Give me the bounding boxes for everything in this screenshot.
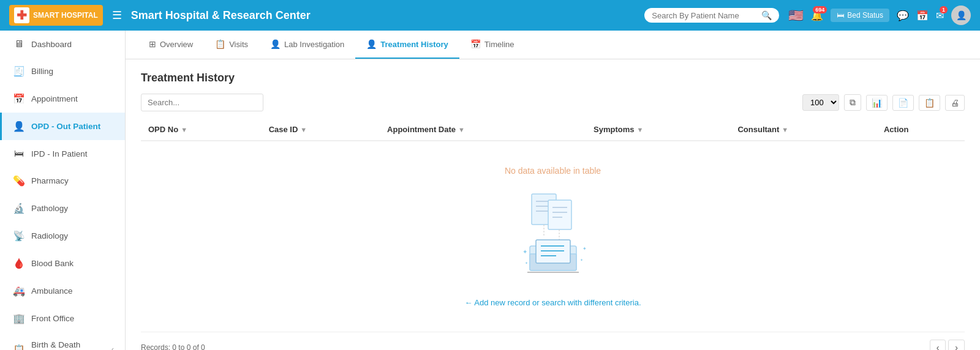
col-consultant[interactable]: Consultant ▼	[730, 119, 876, 141]
birth-death-icon: 📋	[13, 344, 25, 351]
tabs-bar: ⊞ Overview 📋 Visits 👤 Lab Investigation …	[126, 31, 980, 59]
col-appointment-date[interactable]: Appointment Date ▼	[380, 119, 586, 141]
sidebar-item-label: Pharmacy	[31, 176, 69, 185]
bed-status-label: Bed Status	[847, 11, 883, 20]
copy-button[interactable]: ⧉	[844, 94, 861, 111]
content-panel: Treatment History 100 50 25 ⧉ 📊 📄 📋	[126, 59, 980, 350]
logo-text: SMART HOSPITAL	[33, 11, 98, 20]
svg-text:✦: ✦	[580, 258, 583, 262]
col-opd-no[interactable]: OPD No ▼	[141, 119, 262, 141]
empty-illustration: ✦ ✦ ✦ ✦	[516, 188, 590, 286]
search-icon: 🔍	[761, 10, 772, 20]
whatsapp-icon[interactable]: 💬	[897, 10, 909, 21]
svg-text:✦: ✦	[525, 261, 528, 265]
timeline-icon: 📅	[470, 39, 481, 49]
notification-badge: 694	[813, 6, 827, 13]
search-input[interactable]	[652, 11, 756, 20]
treatment-icon: 👤	[366, 39, 377, 49]
main-layout: 🖥 Dashboard 🧾 Billing 📅 Appointment 👤 OP…	[0, 31, 980, 350]
nav-icons: 🇺🇸 🔔 694 🛏 Bed Status 💬 📅 ✉ 1 👤	[788, 6, 971, 25]
overview-icon: ⊞	[149, 39, 156, 49]
sidebar-item-appointment[interactable]: 📅 Appointment	[0, 85, 125, 113]
sidebar-item-label: Front Office	[31, 314, 74, 323]
sidebar-item-label: Blood Bank	[31, 259, 74, 268]
col-action: Action	[876, 119, 965, 141]
col-symptoms[interactable]: Symptoms ▼	[586, 119, 730, 141]
pagination: ‹ ›	[930, 340, 965, 350]
top-navbar: ✚ SMART HOSPITAL ☰ Smart Hospital & Rese…	[0, 0, 980, 31]
excel-button[interactable]: 📊	[866, 95, 888, 111]
mail-icon[interactable]: ✉ 1	[936, 10, 944, 21]
bed-icon: 🛏	[837, 11, 844, 20]
appointment-icon: 📅	[13, 93, 25, 105]
per-page-select[interactable]: 100 50 25	[802, 94, 839, 111]
sort-icon: ▼	[300, 126, 307, 133]
sidebar-item-radiology[interactable]: 📡 Radiology	[0, 222, 125, 250]
tab-timeline[interactable]: 📅 Timeline	[459, 31, 526, 59]
opd-icon: 👤	[13, 121, 25, 132]
sidebar-item-label: Dashboard	[31, 40, 72, 49]
billing-icon: 🧾	[13, 65, 25, 77]
print-button[interactable]: 🖨	[945, 95, 965, 111]
tab-label: Visits	[229, 40, 248, 49]
prev-page-button[interactable]: ‹	[930, 340, 946, 350]
table-search-input[interactable]	[141, 94, 263, 111]
sidebar-item-pharmacy[interactable]: 💊 Pharmacy	[0, 167, 125, 195]
sort-icon: ▼	[637, 126, 644, 133]
notification-bell[interactable]: 🔔 694	[811, 10, 823, 21]
radiology-icon: 📡	[13, 230, 25, 242]
tab-label: Overview	[160, 40, 193, 49]
logo: ✚ SMART HOSPITAL	[9, 5, 103, 26]
ipd-icon: 🛏	[13, 148, 25, 159]
lab-icon: 👤	[270, 39, 281, 49]
tab-lab-investigation[interactable]: 👤 Lab Investigation	[259, 31, 355, 59]
records-count: Records: 0 to 0 of 0	[141, 343, 205, 350]
tab-treatment-history[interactable]: 👤 Treatment History	[355, 31, 459, 59]
table-search[interactable]	[141, 94, 263, 111]
tab-label: Treatment History	[380, 40, 448, 49]
ambulance-icon: 🚑	[13, 285, 25, 297]
sidebar-item-front-office[interactable]: 🏢 Front Office	[0, 305, 125, 332]
front-office-icon: 🏢	[13, 313, 25, 324]
sidebar-item-blood-bank[interactable]: 🩸 Blood Bank	[0, 250, 125, 277]
sidebar-item-pathology[interactable]: 🔬 Pathology	[0, 195, 125, 222]
col-case-id[interactable]: Case ID ▼	[262, 119, 380, 141]
svg-rect-4	[548, 200, 571, 229]
next-page-button[interactable]: ›	[948, 340, 965, 350]
app-title: Smart Hospital & Research Center	[131, 9, 636, 22]
csv-button[interactable]: 📄	[892, 95, 914, 111]
menu-icon[interactable]: ☰	[112, 9, 122, 22]
mail-badge: 1	[940, 6, 948, 13]
no-data-text: No data available in table	[141, 166, 965, 176]
sidebar-item-label: OPD - Out Patient	[31, 122, 100, 131]
flag-icon[interactable]: 🇺🇸	[788, 8, 804, 23]
data-table: OPD No ▼ Case ID ▼ Appoi	[141, 119, 965, 332]
bed-status-button[interactable]: 🛏 Bed Status	[831, 9, 889, 22]
pathology-icon: 🔬	[13, 203, 25, 214]
sidebar-item-label: IPD - In Patient	[31, 149, 88, 158]
tab-overview[interactable]: ⊞ Overview	[138, 31, 204, 59]
visits-icon: 📋	[215, 39, 225, 49]
main-content: ⊞ Overview 📋 Visits 👤 Lab Investigation …	[126, 31, 980, 350]
sidebar-item-dashboard[interactable]: 🖥 Dashboard	[0, 31, 125, 58]
sidebar-item-birth-death[interactable]: 📋 Birth & Death Record ‹	[0, 332, 125, 350]
sidebar-item-opd[interactable]: 👤 OPD - Out Patient	[0, 113, 125, 140]
pdf-button[interactable]: 📋	[919, 95, 940, 111]
calendar-icon[interactable]: 📅	[916, 10, 929, 21]
sidebar-item-billing[interactable]: 🧾 Billing	[0, 58, 125, 85]
sidebar-item-label: Billing	[31, 67, 53, 76]
sort-icon: ▼	[782, 126, 788, 133]
search-box[interactable]: 🔍	[644, 8, 779, 23]
sidebar-item-ipd[interactable]: 🛏 IPD - In Patient	[0, 140, 125, 167]
avatar[interactable]: 👤	[951, 6, 971, 25]
blood-bank-icon: 🩸	[13, 258, 25, 269]
sidebar-item-ambulance[interactable]: 🚑 Ambulance	[0, 277, 125, 305]
empty-state: No data available in table	[141, 141, 965, 332]
tab-label: Lab Investigation	[284, 40, 344, 49]
svg-text:✦: ✦	[582, 246, 587, 251]
logo-cross-icon: ✚	[14, 7, 29, 23]
tab-visits[interactable]: 📋 Visits	[204, 31, 259, 59]
sidebar-item-label: Appointment	[31, 94, 78, 103]
sidebar-item-label: Radiology	[31, 231, 68, 240]
svg-rect-12	[536, 240, 570, 263]
